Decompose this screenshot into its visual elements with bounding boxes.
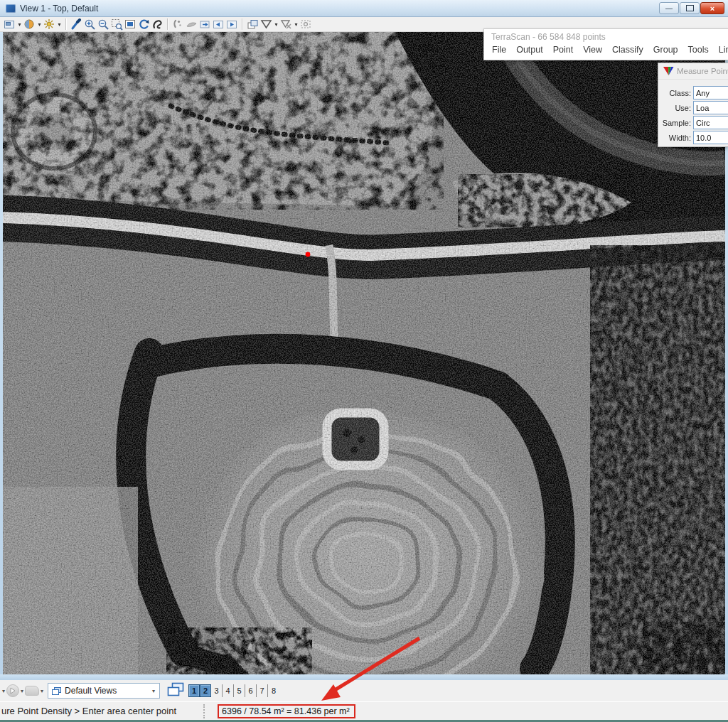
dialog-titlebar[interactable]: Measure Point D	[658, 63, 728, 80]
apply-view-caret[interactable]: ▾	[19, 688, 25, 694]
toolbar-separator	[65, 18, 67, 30]
view-number-buttons: 1 2 3 4 5 6 7 8	[188, 684, 279, 698]
clip-volume-icon[interactable]	[259, 18, 273, 31]
fly-icon[interactable]	[185, 18, 198, 31]
display-style-icon[interactable]	[23, 18, 36, 31]
point-density-result: 6396 / 78.54 m² = 81.436 per m²	[222, 706, 350, 716]
terrascan-window[interactable]: TerraScan - 66 584 848 points File Outpu…	[483, 28, 728, 60]
view-group-combo-caret: ▾	[151, 688, 156, 694]
measure-point-density-dialog[interactable]: Measure Point D Class: Any Use: Loa Samp…	[658, 63, 728, 147]
view-attributes-icon[interactable]	[3, 18, 16, 31]
view-attributes-caret[interactable]: ▾	[16, 21, 23, 28]
section-clip-icon[interactable]	[299, 18, 313, 31]
window-title: View 1 - Top, Default	[20, 4, 98, 14]
maximize-icon	[686, 5, 694, 11]
width-field[interactable]: 10.0	[693, 131, 728, 144]
zoom-out-icon[interactable]	[97, 18, 110, 31]
terrascan-title: TerraScan - 66 584 848 points	[484, 29, 728, 43]
class-select[interactable]: Any	[693, 86, 728, 99]
clip-volume-caret[interactable]: ▾	[273, 21, 279, 28]
class-label: Class:	[658, 89, 693, 97]
use-label: Use:	[658, 104, 693, 112]
close-button[interactable]: ×	[700, 2, 724, 14]
lidar-top-view[interactable]	[3, 32, 725, 674]
view-5-toggle[interactable]: 5	[234, 684, 245, 697]
menu-point[interactable]: Point	[548, 43, 579, 56]
zoom-in-icon[interactable]	[83, 18, 97, 31]
dialog-title: Measure Point D	[677, 67, 728, 75]
window-icon	[6, 4, 16, 13]
view-groups-toolbar: ▾ ▾ ▾ Default Views ▾ 1 2 3 4 5 6 7 8	[0, 680, 728, 701]
menu-file[interactable]: File	[487, 43, 511, 56]
hidden-tool-caret[interactable]: ▾	[1, 688, 6, 694]
update-view-icon[interactable]	[70, 18, 83, 31]
status-separator	[203, 704, 205, 718]
view-next-icon[interactable]	[225, 18, 239, 31]
density-sample-marker	[306, 252, 311, 257]
minimize-button[interactable]: —	[659, 2, 679, 14]
view-group-icon	[51, 686, 62, 696]
terrascan-logo-icon	[662, 65, 675, 77]
view-toggles-icon[interactable]	[167, 682, 184, 699]
view-previous-icon[interactable]	[212, 18, 225, 31]
pan-view-icon[interactable]	[151, 18, 164, 31]
adjust-view-brightness-icon[interactable]	[43, 18, 56, 31]
status-bar: ure Point Density > Enter area center po…	[0, 701, 728, 720]
view-window-bottom-border	[0, 674, 728, 680]
sample-label: Sample:	[658, 119, 693, 127]
clip-mask-caret[interactable]: ▾	[293, 21, 299, 28]
view-2-toggle[interactable]: 2	[200, 684, 211, 697]
menu-view[interactable]: View	[578, 43, 607, 56]
maximize-button[interactable]	[680, 2, 700, 14]
tool-prompt: ure Point Density > Enter area center po…	[0, 706, 176, 716]
view-group-combobox[interactable]: Default Views ▾	[48, 683, 160, 699]
view-6-toggle[interactable]: 6	[245, 684, 257, 697]
toolbar-separator	[242, 18, 243, 30]
menu-classify[interactable]: Classify	[607, 43, 648, 56]
menu-line[interactable]: Line	[714, 43, 728, 56]
walk-icon[interactable]	[171, 18, 185, 31]
view-3-toggle[interactable]: 3	[211, 684, 223, 697]
width-label: Width:	[658, 134, 693, 142]
view-8-toggle[interactable]: 8	[268, 684, 279, 697]
measurement-highlight-box: 6396 / 78.54 m² = 81.436 per m²	[218, 704, 355, 718]
view-group-caret[interactable]: ▾	[39, 688, 45, 694]
view-group-tool-button[interactable]	[25, 686, 39, 696]
change-view-perspective-icon[interactable]	[198, 18, 212, 31]
sample-select[interactable]: Circ	[693, 116, 728, 129]
window-titlebar[interactable]: View 1 - Top, Default — ×	[0, 0, 728, 17]
apply-view-button[interactable]	[6, 684, 19, 697]
rotate-view-icon[interactable]	[137, 18, 151, 31]
clip-mask-icon[interactable]	[279, 18, 293, 31]
window-area-icon[interactable]	[110, 18, 124, 31]
lidar-intensity-scene	[3, 32, 725, 674]
toolbar-separator	[167, 18, 168, 30]
view-7-toggle[interactable]: 7	[257, 684, 268, 697]
display-style-caret[interactable]: ▾	[36, 21, 43, 28]
use-select[interactable]: Loa	[693, 101, 728, 114]
copy-view-icon[interactable]	[246, 18, 259, 31]
menu-tools[interactable]: Tools	[683, 43, 714, 56]
view-1-toggle[interactable]: 1	[188, 684, 200, 697]
terrascan-menubar: File Output Point View Classify Group To…	[484, 43, 728, 56]
view-group-selected: Default Views	[65, 686, 148, 696]
menu-group[interactable]: Group	[648, 43, 683, 56]
adjust-view-caret[interactable]: ▾	[56, 21, 63, 28]
view-4-toggle[interactable]: 4	[223, 684, 234, 697]
fit-view-icon[interactable]	[124, 18, 137, 31]
menu-output[interactable]: Output	[511, 43, 548, 56]
